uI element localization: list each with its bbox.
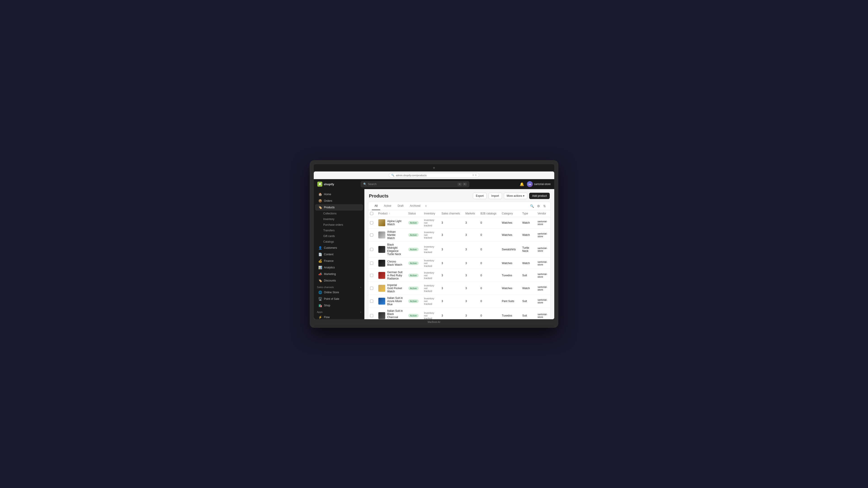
store-badge[interactable]: sa sartorial-store bbox=[527, 181, 551, 187]
row-checkbox[interactable] bbox=[370, 274, 373, 277]
status-col-header: Status bbox=[405, 210, 421, 217]
sidebar-item-online-store[interactable]: 🌐 Online Store bbox=[315, 289, 363, 295]
sidebar-item-discounts[interactable]: 🏷️ Discounts bbox=[315, 278, 363, 284]
notifications-icon[interactable]: 🔔 bbox=[520, 182, 524, 186]
status-cell: Active bbox=[405, 295, 421, 308]
row-checkbox[interactable] bbox=[370, 300, 373, 303]
top-nav: shopify 🔍 Search ✕ K 🔔 sa bbox=[314, 179, 554, 189]
import-button[interactable]: Import bbox=[489, 193, 502, 199]
b2b-cell: 0 bbox=[477, 217, 499, 229]
sidebar-item-marketing[interactable]: 📣 Marketing bbox=[315, 271, 363, 277]
sidebar-item-label: Analytics bbox=[324, 266, 335, 269]
add-product-button[interactable]: Add product bbox=[529, 193, 550, 199]
sidebar-item-label: Flow bbox=[324, 316, 330, 319]
select-all-header[interactable] bbox=[368, 210, 375, 217]
sidebar-item-products[interactable]: 🏷️ Products bbox=[315, 204, 363, 210]
tab-draft[interactable]: Draft bbox=[395, 202, 406, 210]
row-checkbox[interactable] bbox=[370, 221, 373, 224]
category-cell: Pant Suits bbox=[499, 295, 520, 308]
sidebar-item-transfers[interactable]: Transfers bbox=[315, 228, 363, 233]
product-cell[interactable]: German Suit in Red Ruby Radiance bbox=[375, 269, 405, 282]
export-button[interactable]: Export bbox=[473, 193, 487, 199]
tab-active[interactable]: Active bbox=[381, 202, 394, 210]
sidebar-item-flow[interactable]: ⚡ Flow bbox=[315, 314, 363, 319]
product-col-header[interactable]: Product ↑ bbox=[375, 210, 405, 217]
sidebar-item-analytics[interactable]: 📊 Analytics bbox=[315, 264, 363, 271]
tab-archived[interactable]: Archived bbox=[407, 202, 423, 210]
expand-icon[interactable]: › bbox=[360, 311, 361, 313]
product-cell[interactable]: Italian Suit in Azure Allure Blue bbox=[375, 295, 405, 308]
close-tab-icon: ✕ bbox=[472, 174, 474, 177]
row-checkbox-cell[interactable] bbox=[368, 217, 375, 229]
product-cell[interactable]: Imperial Gold Pocket Watch bbox=[375, 282, 405, 295]
row-checkbox-cell[interactable] bbox=[368, 295, 375, 308]
category-cell: Watches bbox=[499, 258, 520, 269]
product-cell[interactable]: Alpine Light Watch bbox=[375, 217, 405, 229]
row-checkbox-cell[interactable] bbox=[368, 229, 375, 241]
row-checkbox[interactable] bbox=[370, 287, 373, 290]
product-name: Black Midnight Elegance Turtle Neck bbox=[387, 243, 403, 256]
sidebar-sub-label: Collections bbox=[323, 212, 337, 215]
row-checkbox[interactable] bbox=[370, 248, 373, 251]
vendor-cell: sartorial-store bbox=[535, 282, 550, 295]
pos-icon: 🖥️ bbox=[318, 297, 322, 301]
row-checkbox[interactable] bbox=[370, 262, 373, 265]
table-row[interactable]: Black Midnight Elegance Turtle Neck Acti… bbox=[368, 241, 550, 258]
sidebar-item-label: Content bbox=[324, 253, 333, 256]
sidebar-item-collections[interactable]: Collections bbox=[315, 211, 363, 216]
search-bar[interactable]: 🔍 Search ✕ K bbox=[361, 181, 469, 187]
inventory-cell: Inventory not tracked bbox=[421, 269, 439, 282]
table-row[interactable]: Italian Suit in Azure Allure Blue Active… bbox=[368, 295, 550, 308]
row-checkbox-cell[interactable] bbox=[368, 282, 375, 295]
sidebar-item-purchase-orders[interactable]: Purchase orders bbox=[315, 222, 363, 228]
sidebar-item-content[interactable]: 📄 Content bbox=[315, 251, 363, 258]
add-tab-button[interactable]: + bbox=[424, 202, 428, 210]
select-all-checkbox[interactable] bbox=[370, 212, 373, 215]
sidebar-item-finance[interactable]: 💰 Finance bbox=[315, 258, 363, 264]
keyboard-shortcut: K bbox=[463, 183, 467, 186]
sidebar-item-shop[interactable]: 🛍️ Shop bbox=[315, 302, 363, 308]
expand-icon[interactable]: › bbox=[360, 286, 361, 289]
row-checkbox-cell[interactable] bbox=[368, 269, 375, 282]
b2b-cell: 0 bbox=[477, 295, 499, 308]
search-filter-icon[interactable]: 🔍 bbox=[529, 203, 535, 209]
row-checkbox[interactable] bbox=[370, 314, 373, 317]
vendor-col-header: Vendor bbox=[535, 210, 550, 217]
clear-search-icon[interactable]: ✕ bbox=[458, 183, 462, 186]
flow-icon: ⚡ bbox=[318, 315, 322, 319]
sales-channels-col-header: Sales channels bbox=[439, 210, 463, 217]
table-row[interactable]: Imperial Gold Pocket Watch Active Invent… bbox=[368, 282, 550, 295]
sidebar-item-catalogs[interactable]: Catalogs bbox=[315, 239, 363, 245]
product-cell[interactable]: Chrono Black Watch bbox=[375, 258, 405, 269]
table-row[interactable]: German Suit in Red Ruby Radiance Active … bbox=[368, 269, 550, 282]
filter-icon[interactable]: ⚙ bbox=[536, 203, 541, 209]
type-cell: Watch bbox=[520, 258, 535, 269]
sort-icon[interactable]: ⇅ bbox=[542, 203, 547, 209]
category-cell: Watches bbox=[499, 282, 520, 295]
product-thumbnail bbox=[378, 297, 385, 305]
product-cell[interactable]: Italian Suit in Black Charcoal Prestige bbox=[375, 308, 405, 320]
sidebar-item-orders[interactable]: 📦 Orders bbox=[315, 198, 363, 204]
product-name: Alpine Light Watch bbox=[387, 220, 403, 226]
tab-all[interactable]: All bbox=[372, 202, 380, 210]
search-placeholder: Search bbox=[368, 183, 377, 186]
product-cell[interactable]: Artisan Marble Watch bbox=[375, 229, 405, 241]
table-row[interactable]: Chrono Black Watch Active Inventory not … bbox=[368, 258, 550, 269]
sidebar-item-home[interactable]: 🏠 Home bbox=[315, 191, 363, 197]
sidebar-item-point-of-sale[interactable]: 🖥️ Point of Sale bbox=[315, 296, 363, 302]
sidebar-item-inventory[interactable]: Inventory bbox=[315, 217, 363, 222]
status-badge: Active bbox=[408, 221, 418, 225]
products-table-container: Product ↑ Status Inventory Sales channel… bbox=[368, 210, 550, 319]
more-actions-button[interactable]: More actions ▾ bbox=[504, 193, 528, 199]
row-checkbox-cell[interactable] bbox=[368, 308, 375, 320]
table-row[interactable]: Alpine Light Watch Active Inventory not … bbox=[368, 217, 550, 229]
product-cell[interactable]: Black Midnight Elegance Turtle Neck bbox=[375, 241, 405, 258]
table-row[interactable]: Artisan Marble Watch Active Inventory no… bbox=[368, 229, 550, 241]
inventory-col-header: Inventory bbox=[421, 210, 439, 217]
row-checkbox[interactable] bbox=[370, 233, 373, 236]
row-checkbox-cell[interactable] bbox=[368, 258, 375, 269]
sidebar-item-gift-cards[interactable]: Gift cards bbox=[315, 233, 363, 239]
table-row[interactable]: Italian Suit in Black Charcoal Prestige … bbox=[368, 308, 550, 320]
sidebar-item-customers[interactable]: 👤 Customers bbox=[315, 245, 363, 251]
row-checkbox-cell[interactable] bbox=[368, 241, 375, 258]
